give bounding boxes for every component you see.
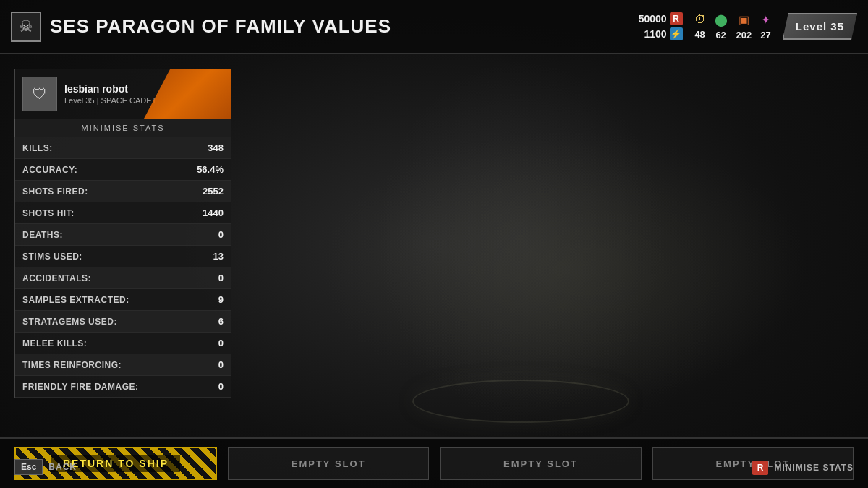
empty-slot-2-label: EMPTY SLOT: [503, 458, 578, 469]
req-points-value: 50000: [639, 13, 667, 25]
bottom-bar: RETURN TO SHIP EMPTY SLOT EMPTY SLOT EMP…: [0, 437, 868, 488]
req-icon: R: [670, 12, 683, 25]
clock-stat: ⏱ 48: [694, 13, 706, 40]
minimise-hint: R MINIMISE STATS: [752, 461, 854, 475]
stat-label: TIMES REINFORCING:: [22, 360, 122, 370]
minimise-bar[interactable]: MINIMISE STATS: [14, 119, 231, 137]
pink-icon: ✦: [761, 13, 770, 27]
resource-icons: ⏱ 48 ⬤ 62 ▣ 202 ✦ 27: [694, 13, 771, 40]
stat-value: 13: [213, 251, 224, 262]
player-avatar: 🛡: [22, 77, 57, 111]
header-bar: ☠ SES Paragon of Family Values 50000 R 1…: [0, 0, 868, 54]
stat-value: 0: [218, 359, 224, 370]
req-points-row: 50000 R: [639, 12, 683, 25]
left-panel: 🛡 lesbian robot Level 35 | SPACE CADET M…: [14, 69, 231, 398]
esc-key: Esc: [14, 459, 43, 475]
back-label: BACK: [48, 462, 77, 472]
stat-label: DEATHS:: [22, 230, 63, 240]
minimise-hint-label: MINIMISE STATS: [774, 463, 854, 473]
stat-label: SAMPLES EXTRACTED:: [22, 295, 129, 305]
clock-value: 48: [694, 29, 705, 40]
medals-value: 1100: [644, 28, 666, 40]
skull-icon: ☠: [19, 17, 33, 36]
medals-row: 1100 ⚡: [644, 27, 682, 40]
stat-value: 348: [208, 142, 224, 153]
stat-label: STIMS USED:: [22, 252, 82, 262]
pink-value: 27: [760, 30, 770, 40]
stat-row: ACCIDENTALS:0: [15, 267, 231, 289]
stat-row: MELEE KILLS:0: [15, 333, 231, 354]
r-key: R: [752, 461, 769, 475]
currency-group: 50000 R 1100 ⚡: [639, 12, 683, 40]
empty-slot-2[interactable]: EMPTY SLOT: [440, 447, 641, 480]
ground-circle: [412, 380, 629, 423]
level-badge: Level 35: [783, 13, 857, 40]
stat-label: SHOTS HIT:: [22, 208, 75, 218]
stat-row: KILLS:348: [15, 137, 231, 159]
stat-value: 2552: [203, 186, 224, 197]
stat-label: KILLS:: [22, 143, 53, 153]
stat-label: MELEE KILLS:: [22, 338, 87, 348]
orange-banner-decoration: [144, 69, 231, 119]
green-stat: ⬤ 62: [715, 13, 728, 40]
clock-icon: ⏱: [694, 13, 706, 26]
stat-label: SHOTS FIRED:: [22, 187, 88, 197]
ship-name: SES Paragon of Family Values: [50, 15, 391, 38]
header-right: 50000 R 1100 ⚡ ⏱ 48 ⬤ 62 ▣ 202 ✦: [639, 12, 857, 40]
orange-icon: ▣: [739, 13, 749, 27]
stat-row: SHOTS FIRED:2552: [15, 181, 231, 202]
green-icon: ⬤: [715, 13, 728, 27]
back-hint: Esc BACK: [14, 459, 77, 475]
stat-value: 1440: [203, 207, 224, 218]
stat-row: DEATHS:0: [15, 224, 231, 246]
green-value: 62: [715, 30, 726, 40]
avatar-icon: 🛡: [33, 86, 47, 103]
pink-stat: ✦ 27: [760, 13, 770, 40]
stat-value: 6: [218, 316, 224, 327]
stat-label: STRATAGEMS USED:: [22, 317, 117, 327]
stat-row: FRIENDLY FIRE DAMAGE:0: [15, 376, 231, 398]
empty-slot-1[interactable]: EMPTY SLOT: [228, 447, 429, 480]
character-silhouette: [376, 58, 665, 419]
stats-container: KILLS:348ACCURACY:56.4%SHOTS FIRED:2552S…: [14, 137, 231, 398]
stat-row: SHOTS HIT:1440: [15, 202, 231, 224]
orange-stat: ▣ 202: [736, 13, 752, 40]
stat-label: ACCURACY:: [22, 165, 77, 175]
header-left: ☠ SES Paragon of Family Values: [11, 12, 391, 42]
stat-value: 0: [218, 381, 224, 392]
stat-value: 0: [218, 273, 224, 283]
stat-row: TIMES REINFORCING:0: [15, 354, 231, 376]
player-card: 🛡 lesbian robot Level 35 | SPACE CADET: [14, 69, 231, 119]
stat-value: 56.4%: [197, 164, 224, 175]
stat-label: ACCIDENTALS:: [22, 273, 91, 283]
lightning-icon: ⚡: [670, 27, 683, 40]
stat-value: 9: [218, 294, 224, 305]
stat-row: SAMPLES EXTRACTED:9: [15, 289, 231, 311]
stat-row: ACCURACY:56.4%: [15, 159, 231, 181]
stat-value: 0: [218, 338, 224, 348]
stat-row: STIMS USED:13: [15, 246, 231, 267]
empty-slot-1-label: EMPTY SLOT: [292, 458, 366, 469]
orange-value: 202: [736, 30, 752, 40]
stat-value: 0: [218, 229, 224, 240]
stat-label: FRIENDLY FIRE DAMAGE:: [22, 382, 139, 392]
stat-row: STRATAGEMS USED:6: [15, 311, 231, 333]
skull-icon-box: ☠: [11, 12, 41, 42]
